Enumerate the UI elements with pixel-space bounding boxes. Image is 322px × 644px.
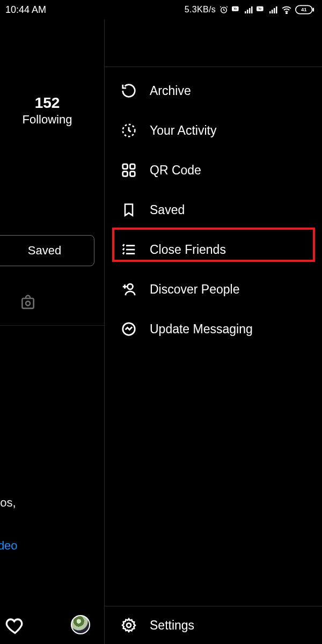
menu-item-close-friends[interactable]: Close Friends [105, 230, 322, 269]
profile-divider [0, 325, 104, 326]
svg-rect-11 [274, 8, 275, 13]
svg-rect-22 [130, 164, 135, 169]
svg-point-27 [127, 623, 131, 627]
menu-item-update-messaging[interactable]: Update Messaging [105, 309, 322, 349]
discover-people-icon [120, 281, 138, 297]
svg-rect-24 [130, 172, 135, 177]
following-count: 152 [0, 94, 94, 112]
messenger-icon [120, 321, 138, 337]
share-video-link[interactable]: video [0, 539, 18, 553]
svg-rect-12 [276, 6, 277, 13]
volte-sim2-icon: Vo [257, 6, 266, 13]
signal-sim1-icon [245, 6, 253, 13]
svg-rect-6 [251, 6, 253, 13]
menu-item-label: QR Code [150, 163, 201, 178]
svg-point-19 [26, 301, 30, 305]
activity-icon [120, 122, 138, 138]
menu-item-label: Saved [150, 203, 185, 217]
wifi-icon [281, 5, 292, 14]
svg-rect-9 [269, 11, 271, 13]
svg-point-25 [128, 284, 133, 289]
bottom-nav [0, 610, 104, 644]
svg-rect-15 [313, 8, 314, 12]
svg-rect-4 [247, 10, 248, 13]
menu-top-divider [105, 67, 322, 67]
menu-list: Archive Your Activity QR Code Saved Clos [105, 71, 322, 349]
volte-sim1-icon: Vo [232, 6, 241, 13]
menu-item-label: Update Messaging [150, 322, 253, 336]
svg-text:41: 41 [301, 6, 306, 12]
svg-point-13 [286, 12, 287, 13]
following-stat[interactable]: 152 Following [0, 94, 94, 127]
menu-item-label: Close Friends [150, 243, 226, 257]
menu-item-your-activity[interactable]: Your Activity [105, 111, 322, 150]
svg-rect-21 [123, 164, 128, 169]
menu-item-label: Discover People [150, 282, 239, 297]
saved-tab-label: Saved [28, 244, 61, 258]
profile-screen: ers 152 Following Saved videos, file. vi… [0, 19, 104, 644]
status-bar: 10:44 AM 5.3KB/s Vo Vo 41 [0, 0, 322, 19]
activity-heart-button[interactable] [5, 616, 25, 638]
menu-item-settings[interactable]: Settings [105, 606, 322, 644]
saved-tab-button[interactable]: Saved [0, 235, 94, 266]
menu-item-label: Archive [150, 84, 191, 98]
network-rate: 5.3KB/s [185, 5, 216, 14]
status-right: 5.3KB/s Vo Vo 41 [185, 5, 314, 14]
menu-item-archive[interactable]: Archive [105, 71, 322, 111]
empty-state-text: videos, file. [0, 494, 16, 530]
svg-rect-23 [123, 172, 128, 177]
tagged-tab-icon[interactable] [19, 294, 36, 313]
signal-sim2-icon [269, 6, 278, 13]
menu-item-qr-code[interactable]: QR Code [105, 150, 322, 190]
alarm-icon [219, 5, 229, 14]
svg-rect-3 [245, 11, 246, 13]
svg-rect-10 [272, 10, 273, 13]
close-friends-icon [120, 241, 138, 258]
svg-rect-18 [22, 298, 33, 309]
status-time: 10:44 AM [5, 4, 46, 16]
following-label: Following [0, 113, 94, 127]
menu-item-label: Your Activity [150, 123, 216, 138]
menu-drawer: Archive Your Activity QR Code Saved Clos [104, 19, 322, 644]
profile-avatar-button[interactable] [71, 615, 90, 634]
bookmark-icon [120, 202, 138, 218]
svg-text:Vo: Vo [259, 8, 262, 10]
svg-rect-5 [249, 8, 251, 13]
settings-label: Settings [150, 618, 194, 633]
qr-code-icon [120, 162, 138, 178]
battery-icon: 41 [295, 5, 314, 14]
gear-icon [120, 617, 138, 633]
menu-item-discover-people[interactable]: Discover People [105, 269, 322, 309]
svg-text:Vo: Vo [234, 8, 237, 10]
menu-item-saved[interactable]: Saved [105, 190, 322, 230]
archive-icon [120, 83, 138, 99]
